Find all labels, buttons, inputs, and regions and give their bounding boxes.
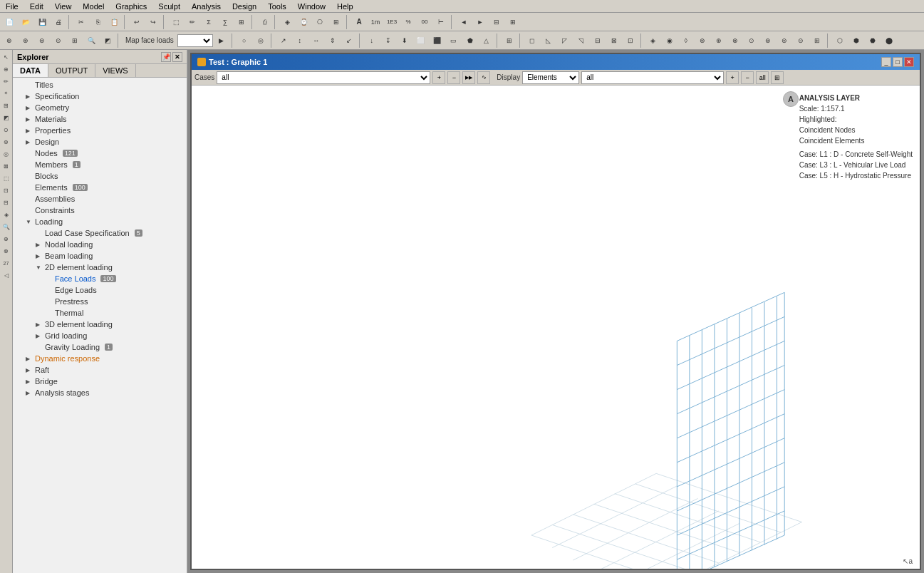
tb2-w10[interactable]: ⊝ [793,33,809,48]
tab-output[interactable]: OUTPUT [48,64,95,77]
tb2-1[interactable]: ⊕ [1,33,17,48]
menu-tools[interactable]: Tools [262,2,292,11]
tb-select[interactable]: ⬚ [168,14,184,30]
tb-redo[interactable]: ↪ [145,14,161,30]
tb2-w1[interactable]: ◈ [645,33,661,48]
tree-loading[interactable]: ▼ Loading [13,216,187,227]
tree-specification[interactable]: ▶ Specification [13,91,187,102]
tb-num2[interactable]: % [400,14,416,30]
tb-num3[interactable]: 00 [417,14,432,30]
menu-view[interactable]: View [49,2,78,11]
tb2-shape4[interactable]: ⬟ [462,33,478,48]
tree-beam-loading[interactable]: ▶ Beam loading [13,250,187,262]
tb-text[interactable]: A [351,14,367,30]
tool-10[interactable]: ⬚ [1,172,12,184]
tb2-arrow3[interactable]: ↔ [308,33,324,48]
viewport[interactable]: x z y ANALYSIS LAYER Scale: 1:157.1 High… [192,86,920,569]
tb2-7[interactable]: ◩ [100,33,115,48]
tool-15[interactable]: ⊕ [1,233,12,244]
tool-13[interactable]: ◈ [1,209,12,220]
tb-save[interactable]: 💾 [34,14,50,30]
menu-edit[interactable]: Edit [24,2,49,11]
tree-grid-loading[interactable]: ▶ Grid loading [13,330,187,341]
tb2-down3[interactable]: ⬇ [397,33,412,48]
tb-calc[interactable]: ⊞ [234,14,249,30]
tb2-map-btn[interactable]: ▶ [214,33,229,48]
tb-sum[interactable]: ∑ [217,14,233,30]
tb-print[interactable]: 🖨 [51,14,66,30]
tb-tools2[interactable]: ⌚ [296,14,311,30]
tb-tools1[interactable]: ◈ [279,14,295,30]
tb-tools4[interactable]: ⊞ [328,14,344,30]
tb2-w3[interactable]: ◊ [678,33,694,48]
tree-blocks[interactable]: Blocks [13,170,187,182]
tree-nodal-loading[interactable]: ▶ Nodal loading [13,239,187,250]
display-all-dropdown[interactable]: all [581,71,724,84]
tree-elements[interactable]: Elements 100 [13,182,187,193]
tree-face-loads[interactable]: Face Loads 100 [13,273,187,284]
tb-tools3[interactable]: ⎔ [312,14,328,30]
graphic-maximize[interactable]: □ [893,57,903,67]
tb2-shape1[interactable]: ⬜ [413,33,429,48]
tool-4[interactable]: ⊞ [1,100,12,111]
tb-new[interactable]: 📄 [1,14,17,30]
tree-members[interactable]: Members 1 [13,159,187,170]
tb2-5[interactable]: ⊞ [67,33,83,48]
tb-measure[interactable]: 1m [368,14,383,30]
tree-constraints[interactable]: Constraints [13,205,187,216]
tree-prestress[interactable]: Prestress [13,296,187,307]
menu-sculpt[interactable]: Sculpt [152,2,186,11]
menu-model[interactable]: Model [77,2,110,11]
tree-nodes[interactable]: Nodes 121 [13,148,187,159]
tb2-w8[interactable]: ⊚ [760,33,776,48]
tb-undo[interactable]: ↩ [129,14,145,30]
tree-thermal[interactable]: Thermal [13,307,187,319]
tb2-x4[interactable]: ⬤ [881,33,897,48]
display-minus[interactable]: − [741,71,754,84]
tree-assemblies[interactable]: Assemblies [13,193,187,205]
menu-graphics[interactable]: Graphics [110,2,152,11]
menu-help[interactable]: Help [331,2,359,11]
tb2-w9[interactable]: ⊜ [777,33,792,48]
tb2-x2[interactable]: ⬢ [848,33,864,48]
tb2-2[interactable]: ⊛ [18,33,33,48]
tree-edge-loads[interactable]: Edge Loads [13,284,187,296]
tb2-4[interactable]: ⊝ [51,33,66,48]
menu-file[interactable]: File [0,2,24,11]
tree-raft[interactable]: ▶ Raft [13,364,187,376]
tree-2d-element-loading[interactable]: ▼ 2D element loading [13,262,187,273]
tb2-circle2[interactable]: ◎ [253,33,269,48]
explorer-pin[interactable]: 📌 [161,52,171,62]
tree-dynamic-response[interactable]: ▶ Dynamic response [13,353,187,364]
display-plus[interactable]: + [726,71,739,84]
tb-num1[interactable]: 1E3 [384,14,400,30]
tb-print2[interactable]: ⎙ [256,14,272,30]
tb2-v4[interactable]: ◹ [573,33,589,48]
menu-analysis[interactable]: Analysis [186,2,227,11]
tb2-3[interactable]: ⊜ [34,33,50,48]
tb2-w5[interactable]: ⊕ [711,33,727,48]
tool-11[interactable]: ⊡ [1,185,12,196]
display-all-btn[interactable]: all [756,71,769,84]
graphic-close[interactable]: ✕ [904,57,914,67]
tb2-v1[interactable]: ◻ [524,33,540,48]
cases-remove[interactable]: − [447,71,460,84]
tab-data[interactable]: DATA [13,64,48,77]
cases-dropdown[interactable]: all [217,71,430,84]
cases-wave[interactable]: ∿ [477,71,490,84]
tree-analysis-stages[interactable]: ▶ Analysis stages [13,387,187,398]
tree-gravity-loading[interactable]: Gravity Loading 1 [13,341,187,353]
display-expand[interactable]: ⊞ [771,71,784,84]
tb2-w6[interactable]: ⊗ [727,33,743,48]
tb-arr2[interactable]: ► [472,14,488,30]
tree-load-case-spec[interactable]: Load Case Specification 5 [13,227,187,239]
tb2-v3[interactable]: ◸ [557,33,573,48]
tb-num4[interactable]: ⊢ [433,14,449,30]
tool-1[interactable]: ⊕ [1,63,12,75]
tool-9[interactable]: ⊠ [1,160,12,172]
tree-geometry[interactable]: ▶ Geometry [13,102,187,113]
tool-18[interactable]: ◁ [1,269,12,281]
tool-2[interactable]: ✏ [1,76,12,87]
tree-3d-element-loading[interactable]: ▶ 3D element loading [13,319,187,330]
tb2-w7[interactable]: ⊙ [744,33,759,48]
